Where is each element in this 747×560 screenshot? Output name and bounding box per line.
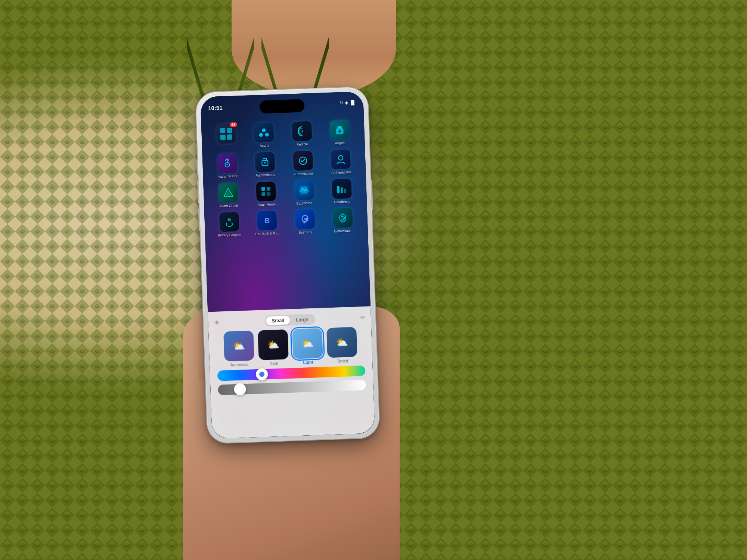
- svg-text:*: *: [226, 163, 228, 167]
- august-icon[interactable]: [330, 120, 350, 140]
- cellular-icon: ⠿: [340, 100, 343, 106]
- iphone-device: 10:51 ⠿ ◈ ▐▌ 83: [196, 87, 380, 443]
- size-toggle[interactable]: Small Large: [264, 314, 316, 326]
- app-folder[interactable]: 83: [213, 124, 239, 149]
- widget-dark-bg: ⛅: [258, 329, 289, 360]
- svg-text:B: B: [264, 217, 270, 225]
- panel-top-row: ☀ Small Large ✏: [214, 312, 366, 328]
- app-auth-2[interactable]: Authenticator: [252, 152, 278, 178]
- betterwatch-label: BetterWatch: [331, 229, 356, 234]
- auth2-logo: [259, 156, 271, 168]
- svg-rect-24: [267, 187, 270, 190]
- asana-icon[interactable]: [254, 122, 274, 143]
- bedbath-label: Bed Bath & Bv...: [255, 231, 280, 236]
- app-battery[interactable]: Battery Grapher: [216, 212, 242, 238]
- battery-label: Battery Grapher: [217, 233, 242, 238]
- size-small-option[interactable]: Small: [266, 316, 290, 325]
- app-asana[interactable]: Asana: [251, 122, 277, 148]
- auth4-logo: [335, 153, 347, 165]
- widget-dark-container[interactable]: ⛅ Dark: [258, 329, 289, 366]
- auth4-icon[interactable]: [331, 149, 351, 169]
- svg-rect-6: [220, 135, 225, 140]
- svg-text:BB: BB: [304, 217, 308, 221]
- avant-icon[interactable]: [218, 183, 238, 203]
- app-bestbuy[interactable]: BB Best Buy: [292, 209, 318, 235]
- svg-rect-23: [261, 187, 265, 191]
- widget-auto-bg: ⛅: [223, 330, 254, 361]
- svg-point-9: [259, 133, 263, 137]
- volume-button-2[interactable]: [197, 180, 199, 203]
- battery-icon[interactable]: [219, 212, 239, 232]
- auth3-icon[interactable]: [293, 150, 313, 171]
- backdrops-icon[interactable]: [294, 180, 314, 200]
- betterwatch-icon[interactable]: [333, 208, 353, 228]
- widget-light-container[interactable]: ⛅ Light: [292, 328, 323, 365]
- app-backdrops[interactable]: Backdrops: [291, 180, 317, 206]
- app-bedbath[interactable]: B Bed Bath & Bv...: [254, 211, 280, 236]
- volume-button-3[interactable]: [198, 208, 201, 231]
- widget-dark[interactable]: ⛅: [258, 329, 289, 360]
- dynamic-island: [260, 99, 305, 113]
- svg-point-8: [262, 128, 266, 132]
- avant-label: Avant Credit: [216, 203, 241, 208]
- bestbuy-label: Best Buy: [293, 230, 318, 235]
- widget-tinted-container[interactable]: ⛅ Tinted: [326, 327, 357, 364]
- brightness-slider-thumb[interactable]: [234, 383, 246, 395]
- svg-rect-5: [227, 128, 232, 133]
- app-auth-4[interactable]: Authenticator: [328, 149, 354, 175]
- widget-dark-icon: ⛅: [267, 339, 279, 351]
- color-slider-thumb[interactable]: [255, 368, 268, 380]
- app-august[interactable]: August: [327, 120, 353, 146]
- widget-dark-label: Dark: [259, 361, 289, 366]
- size-large-option[interactable]: Large: [290, 315, 314, 324]
- bestbuy-logo: BB: [299, 213, 311, 225]
- bandbreite-icon[interactable]: [332, 179, 352, 199]
- app-awair[interactable]: Awair Home: [253, 181, 279, 207]
- auth1-label: Authenticator: [215, 174, 240, 179]
- folder-label: [214, 144, 239, 145]
- august-label: August: [328, 141, 353, 146]
- auth3-label: Authenticator: [291, 171, 316, 176]
- folder-icon[interactable]: 83: [216, 124, 236, 144]
- app-auth-3[interactable]: Authenticator: [290, 150, 316, 176]
- app-audible[interactable]: Audible: [289, 121, 315, 147]
- avant-logo: [222, 186, 234, 199]
- widget-tinted-bg: ⛅: [326, 327, 357, 358]
- widget-tinted-label: Tinted: [328, 358, 357, 364]
- awair-icon[interactable]: [256, 181, 276, 202]
- auth1-icon[interactable]: *: [217, 153, 237, 173]
- widget-light[interactable]: ⛅: [292, 328, 323, 359]
- audible-logo: [296, 125, 308, 137]
- svg-point-11: [301, 130, 303, 132]
- brightness-slider-track[interactable]: [218, 380, 366, 395]
- svg-rect-30: [341, 187, 343, 193]
- backdrops-label: Backdrops: [292, 201, 317, 206]
- phone-screen: 10:51 ⠿ ◈ ▐▌ 83: [200, 91, 375, 439]
- bedbath-icon[interactable]: B: [257, 211, 277, 231]
- app-grid: 83: [205, 118, 365, 245]
- bestbuy-icon[interactable]: BB: [295, 209, 315, 230]
- awair-label: Awair Home: [254, 202, 279, 207]
- asana-logo: [258, 126, 270, 139]
- backdrops-logo: [298, 184, 310, 196]
- audible-icon[interactable]: [292, 121, 312, 141]
- status-icons: ⠿ ◈ ▐▌: [340, 100, 356, 105]
- app-avant[interactable]: Avant Credit: [215, 183, 241, 208]
- edit-pen-icon[interactable]: ✏: [360, 314, 366, 321]
- widget-automatic-container[interactable]: ⛅ Automatic: [223, 330, 254, 367]
- betterwatch-logo: [337, 212, 349, 224]
- app-row-3: Avant Credit Awair Home: [209, 178, 361, 209]
- auth2-icon[interactable]: [255, 152, 275, 172]
- battery-icon: ▐▌: [350, 100, 356, 105]
- volume-button-1[interactable]: [196, 160, 198, 175]
- widget-tinted[interactable]: ⛅: [326, 327, 357, 358]
- folder-grid-icon: [219, 127, 233, 141]
- widget-customization-panel: ☀ Small Large ✏ ⛅: [208, 306, 375, 439]
- widget-automatic[interactable]: ⛅: [223, 330, 254, 361]
- color-slider-track[interactable]: [217, 365, 366, 381]
- app-betterwatch[interactable]: BetterWatch: [330, 208, 356, 234]
- auth1-logo: *: [221, 157, 233, 169]
- app-bandbreite[interactable]: Bandbreite: [329, 178, 355, 204]
- app-auth-1[interactable]: * Authenticator: [214, 153, 240, 179]
- widget-light-label: Light: [293, 360, 323, 365]
